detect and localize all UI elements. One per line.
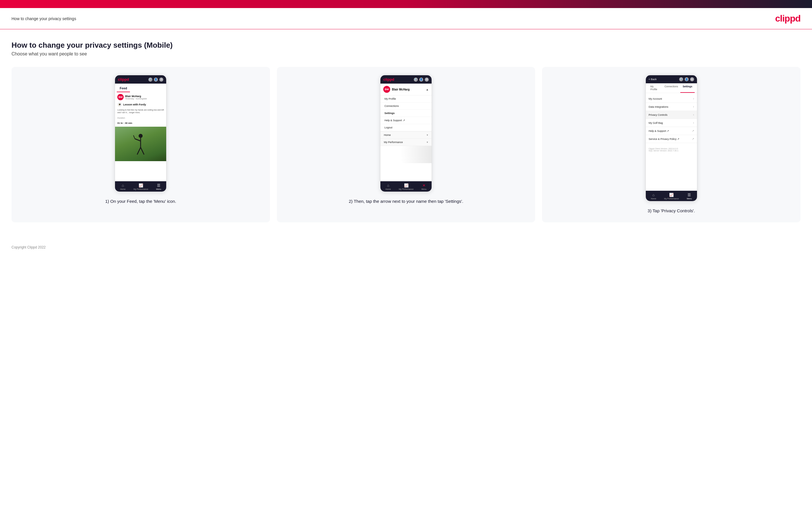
header-title: How to change your privacy settings [11, 16, 76, 21]
menu-item-label: Settings [385, 112, 395, 115]
settings-item-help[interactable]: Help & Support ↗ ↗ [646, 127, 697, 135]
menu-user-left: BM Blair McHarg [383, 86, 410, 93]
search-icon[interactable]: 🔍 [148, 77, 152, 81]
home-icon: ⌂ [121, 183, 124, 187]
home-label: Home [120, 188, 125, 190]
phone-3-back-bar: < Back 🔍 👤 ⚙ [646, 75, 697, 83]
svg-point-0 [139, 134, 143, 138]
home-icon-2: ⌂ [387, 183, 389, 187]
feed-lesson-desc: Looking to feel like my hands are exitin… [117, 109, 164, 114]
phone-1-icons: 🔍 👤 ⚙ [148, 77, 163, 81]
menu-item-logout[interactable]: Logout [380, 124, 432, 131]
page-heading: How to change your privacy settings (Mob… [11, 41, 801, 50]
external-link-icon-2: ↗ [692, 137, 694, 140]
settings-icon-3[interactable]: ⚙ [690, 77, 694, 81]
settings-item-privacy-controls[interactable]: Privacy Controls › [646, 111, 697, 119]
chevron-right-icon-4: › [693, 121, 694, 124]
settings-item-label: Service & Privacy Policy ↗ [649, 137, 680, 140]
performance-icon-3: 📈 [669, 193, 674, 197]
menu-icon-3: ☰ [688, 193, 691, 197]
step-3-phone: < Back 🔍 👤 ⚙ My Profile Connections Sett… [646, 75, 697, 202]
chevron-right-icon-2: › [693, 105, 694, 108]
menu-nav-performance[interactable]: My Performance ▾ [380, 139, 432, 146]
back-button[interactable]: < Back [649, 78, 657, 81]
menu-item-connections[interactable]: Connections [380, 103, 432, 110]
user-icon[interactable]: 👤 [154, 77, 158, 81]
feed-avatar: BM [117, 94, 123, 100]
svg-line-3 [141, 147, 144, 155]
settings-item-label: Help & Support ↗ [649, 129, 669, 132]
bottom-home-3[interactable]: ⌂ Home [651, 193, 656, 200]
settings-icon[interactable]: ⚙ [159, 77, 163, 81]
menu-item-label: Help & Support ↗ [385, 119, 405, 122]
nav-performance-label: My Performance [384, 141, 403, 144]
step-2-card: clippd 🔍 👤 ⚙ BM Blair McHarg ▲ [277, 67, 536, 222]
menu-label: Menu [156, 188, 161, 190]
overlay-bg [380, 146, 432, 163]
tab-my-profile[interactable]: My Profile [648, 83, 662, 93]
menu-item-help[interactable]: Help & Support ↗ [380, 117, 432, 124]
menu-user-row[interactable]: BM Blair McHarg ▲ [380, 83, 432, 95]
bottom-menu[interactable]: ☰ Menu [156, 183, 161, 190]
page-subheading: Choose what you want people to see [11, 51, 801, 57]
top-bar [0, 0, 812, 8]
feed-post: BM Blair McHarg Yesterday · Sunningdale … [115, 92, 166, 127]
version-info: Clippd Client Version: 2022.8.3-3 GQL Se… [646, 145, 697, 153]
performance-label-2: My Performance [399, 188, 413, 190]
menu-username: Blair McHarg [392, 88, 410, 91]
search-icon-2[interactable]: 🔍 [414, 77, 418, 81]
chevron-down-icon-2: ▾ [427, 141, 428, 144]
home-icon-3: ⌂ [652, 193, 655, 197]
performance-label: My Performance [134, 188, 148, 190]
settings-item-label: My Account [649, 97, 662, 100]
feed-duration-label: Duration [117, 117, 125, 119]
version-line-1: Clippd Client Version: 2022.8.3-3 [649, 148, 694, 150]
main-content: How to change your privacy settings (Mob… [0, 29, 812, 239]
feed-avatar-row: BM Blair McHarg Yesterday · Sunningdale [117, 94, 164, 100]
search-icon-3[interactable]: 🔍 [679, 77, 683, 81]
bottom-home-2[interactable]: ⌂ Home [386, 183, 391, 190]
step-2-phone: clippd 🔍 👤 ⚙ BM Blair McHarg ▲ [380, 75, 432, 192]
bottom-close[interactable]: ✕ Menu [421, 183, 427, 190]
settings-item-my-account[interactable]: My Account › [646, 95, 697, 103]
settings-item-service-privacy[interactable]: Service & Privacy Policy ↗ ↗ [646, 135, 697, 143]
svg-line-4 [135, 139, 141, 141]
bottom-performance-2[interactable]: 📈 My Performance [399, 183, 413, 190]
close-label: Menu [421, 188, 427, 190]
svg-line-5 [134, 135, 135, 139]
menu-nav-home[interactable]: Home ▾ [380, 131, 432, 139]
user-icon-3[interactable]: 👤 [684, 77, 689, 81]
feed-tab[interactable]: Feed [117, 85, 130, 92]
menu-item-label: Logout [385, 126, 393, 129]
phone-1-content: Feed BM Blair McHarg Yesterday · Sunning… [115, 83, 166, 181]
user-icon-2[interactable]: 👤 [419, 77, 423, 81]
feed-golf-image [115, 127, 166, 161]
menu-nav-section: Home ▾ My Performance ▾ [380, 131, 432, 146]
step-1-phone: clippd 🔍 👤 ⚙ Feed BM Blair McHarg [115, 75, 166, 192]
settings-icon-2[interactable]: ⚙ [425, 77, 429, 81]
bottom-performance[interactable]: 📈 My Performance [134, 183, 148, 190]
bottom-performance-3[interactable]: 📈 My Performance [664, 193, 679, 200]
phone-3-content: My Account › Data Integrations › Privacy… [646, 93, 697, 191]
bottom-home[interactable]: ⌂ Home [120, 183, 125, 190]
menu-item-my-profile[interactable]: My Profile [380, 95, 432, 103]
step-3-desc: 3) Tap 'Privacy Controls'. [648, 208, 695, 214]
settings-item-data-integrations[interactable]: Data Integrations › [646, 103, 697, 111]
feed-meta: Yesterday · Sunningdale [125, 98, 147, 100]
footer: Copyright Clippd 2022 [0, 239, 812, 255]
feed-lesson-title: Lesson with Fordy [123, 103, 146, 106]
performance-label-3: My Performance [664, 198, 679, 200]
settings-item-golf-bag[interactable]: My Golf Bag › [646, 119, 697, 127]
tab-settings[interactable]: Settings [680, 83, 695, 93]
performance-icon: 📈 [139, 183, 143, 187]
feed-duration-val: 01 hr : 30 min [117, 122, 132, 124]
phone-2-bottom-bar: ⌂ Home 📈 My Performance ✕ Menu [380, 181, 432, 191]
phone-2-content: BM Blair McHarg ▲ My Profile Connections… [380, 83, 432, 181]
tab-connections[interactable]: Connections [662, 83, 680, 93]
menu-item-settings[interactable]: Settings [380, 110, 432, 117]
bottom-menu-3[interactable]: ☰ Menu [687, 193, 692, 200]
performance-icon-2: 📈 [404, 183, 409, 187]
phone-2-logo: clippd [383, 77, 394, 81]
copyright-text: Copyright Clippd 2022 [11, 245, 46, 249]
logo: clippd [775, 13, 801, 24]
